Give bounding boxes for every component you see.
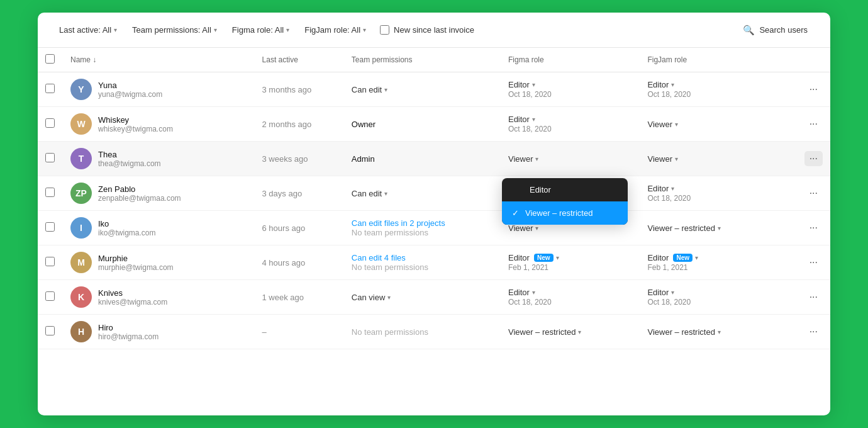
avatar: ZP — [70, 183, 92, 204]
figma-role-btn[interactable]: Editor▾ — [508, 288, 535, 297]
more-options-button[interactable]: ··· — [804, 324, 823, 339]
table-row: H Hiro hiro@twigma.com –No team permissi… — [38, 315, 830, 349]
row-checkbox[interactable] — [45, 84, 55, 93]
users-table: Name ↓ Last active Team permissions Figm… — [38, 48, 830, 349]
more-options-button[interactable]: ··· — [804, 220, 823, 235]
user-email: thea@twigma.com — [98, 159, 161, 168]
team-perm-cell: Can edit files in 2 projects No team per… — [344, 211, 501, 245]
more-options-button[interactable]: ··· — [804, 255, 823, 270]
more-options-button[interactable]: ··· — [804, 151, 823, 166]
user-email: zenpable@twigmaa.com — [98, 194, 181, 203]
search-button[interactable]: 🔍 Search users — [735, 21, 815, 39]
table-row: W Whiskey whiskey@twigma.com 2 months ag… — [38, 107, 830, 142]
dropdown-option[interactable]: Editor — [502, 178, 628, 201]
row-checkbox[interactable] — [45, 291, 55, 301]
user-cell: I Iko iko@twigma.com — [70, 217, 247, 239]
last-active-cell: 2 months ago — [255, 107, 344, 142]
last-active-cell: 3 weeks ago — [255, 142, 344, 176]
team-perm-dropdown[interactable]: Can view▾ — [352, 293, 391, 302]
more-options-button[interactable]: ··· — [804, 82, 823, 97]
figjam-role-date: Oct 18, 2020 — [647, 194, 789, 203]
figjam-role-btn[interactable]: Editor▾ — [647, 288, 674, 297]
col-figma-role: Figma role — [501, 48, 640, 72]
more-options-button[interactable]: ··· — [804, 186, 823, 201]
search-icon: 🔍 — [743, 25, 755, 36]
last-active-cell: – — [255, 315, 344, 349]
figma-role-cell: Editor▾ Oct 18, 2020 — [501, 107, 640, 142]
figma-role-date: Oct 18, 2020 — [508, 90, 632, 99]
chevron-icon: ▾ — [286, 26, 289, 33]
filter-figjam-role[interactable]: FigJam role: All▾ — [298, 22, 372, 38]
user-email: yuna@twigma.com — [98, 90, 162, 99]
avatar: I — [70, 217, 92, 239]
figjam-role-cell: Editor▾ Oct 18, 2020 — [640, 72, 796, 107]
new-since-invoice-checkbox[interactable] — [380, 25, 389, 35]
figma-role-cell: Editor▾ Oct 18, 2020 — [501, 72, 640, 107]
team-perm-dropdown[interactable]: Can edit▾ — [352, 85, 387, 94]
user-name: Yuna — [98, 81, 162, 90]
team-perm-cell: Can edit▾ — [344, 72, 501, 107]
figma-role-btn[interactable]: Editor▾ — [508, 80, 535, 89]
select-all-checkbox[interactable] — [45, 54, 55, 64]
user-name: Hiro — [98, 323, 159, 332]
filter-figma-role[interactable]: Figma role: All▾ — [226, 22, 296, 38]
figjam-role-btn[interactable]: Editor▾ — [647, 184, 674, 193]
user-email: murphie@twigma.com — [98, 263, 174, 272]
chevron-icon: ▾ — [114, 26, 117, 33]
user-cell: Y Yuna yuna@twigma.com — [70, 79, 247, 100]
user-email: iko@twigma.com — [98, 228, 156, 237]
figjam-role-date: Oct 18, 2020 — [647, 298, 789, 307]
figma-role-dropdown-menu: Editor✓Viewer – restricted — [502, 178, 628, 225]
avatar: W — [70, 113, 92, 135]
team-perm-text: Owner — [352, 120, 376, 129]
user-cell: M Murphie murphie@twigma.com — [70, 252, 247, 273]
col-team-permissions: Team permissions — [344, 48, 501, 72]
team-perm-link[interactable]: Can edit files in 2 projects — [352, 218, 445, 228]
avatar: K — [70, 286, 92, 308]
figma-role-btn[interactable]: Editor▾ — [508, 115, 535, 124]
user-name: Thea — [98, 150, 161, 159]
more-options-button[interactable]: ··· — [804, 116, 823, 132]
team-perm-cell: Can edit▾ — [344, 176, 501, 211]
figjam-role-btn[interactable]: Viewer – restricted▾ — [647, 223, 720, 233]
figjam-role-cell: Editor▾ Oct 18, 2020 — [640, 176, 796, 211]
new-since-invoice-filter[interactable]: New since last invoice — [380, 25, 474, 35]
figjam-role-btn[interactable]: Viewer – restricted▾ — [647, 327, 720, 337]
team-perm-cell: Owner — [344, 107, 501, 142]
row-checkbox[interactable] — [45, 326, 55, 335]
figma-role-btn[interactable]: Viewer – restricted▾ — [508, 327, 581, 337]
row-checkbox[interactable] — [45, 257, 55, 266]
figma-role-btn[interactable]: Viewer▾ — [508, 223, 539, 233]
table-row: M Murphie murphie@twigma.com 4 hours ago… — [38, 245, 830, 280]
team-perm-link[interactable]: Can edit 4 files — [352, 253, 406, 262]
more-options-button[interactable]: ··· — [804, 290, 823, 305]
team-perm-dropdown[interactable]: Can edit▾ — [352, 189, 387, 198]
row-checkbox[interactable] — [45, 188, 55, 197]
table-row: K Knives knives@twigma.com 1 week agoCan… — [38, 280, 830, 315]
filter-last-active[interactable]: Last active: All▾ — [53, 22, 123, 38]
row-checkbox[interactable] — [45, 222, 55, 232]
filter-team-permissions[interactable]: Team permissions: All▾ — [126, 22, 223, 38]
row-checkbox[interactable] — [45, 153, 55, 162]
last-active-cell: 4 hours ago — [255, 245, 344, 280]
user-name: Murphie — [98, 254, 174, 263]
user-email: whiskey@twigma.com — [98, 125, 173, 133]
figjam-role-cell: Viewer▾ — [640, 107, 796, 142]
figjam-role-btn[interactable]: EditorNew▾ — [647, 253, 698, 262]
team-perm-cell: Can edit 4 files No team permissions — [344, 245, 501, 280]
search-label: Search users — [759, 25, 808, 35]
dropdown-option[interactable]: ✓Viewer – restricted — [502, 201, 628, 225]
avatar: Y — [70, 79, 92, 100]
figma-role-cell: Editor▾ Oct 18, 2020 — [501, 280, 640, 315]
team-perm-cell: Can view▾ — [344, 280, 501, 315]
figma-role-btn[interactable]: Viewer▾ — [508, 154, 539, 164]
table-row: I Iko iko@twigma.com 6 hours ago Can edi… — [38, 211, 830, 245]
figma-role-btn[interactable]: EditorNew▾ — [508, 253, 559, 262]
figjam-role-btn[interactable]: Viewer▾ — [647, 154, 678, 164]
figma-role-cell: Viewer▾ Editor✓Viewer – restricted — [501, 142, 640, 176]
figma-role-cell: Viewer – restricted▾ — [501, 315, 640, 349]
figjam-role-btn[interactable]: Editor▾ — [647, 80, 674, 89]
figjam-role-btn[interactable]: Viewer▾ — [647, 120, 678, 129]
user-email: knives@twigma.com — [98, 298, 167, 307]
row-checkbox[interactable] — [45, 118, 55, 128]
